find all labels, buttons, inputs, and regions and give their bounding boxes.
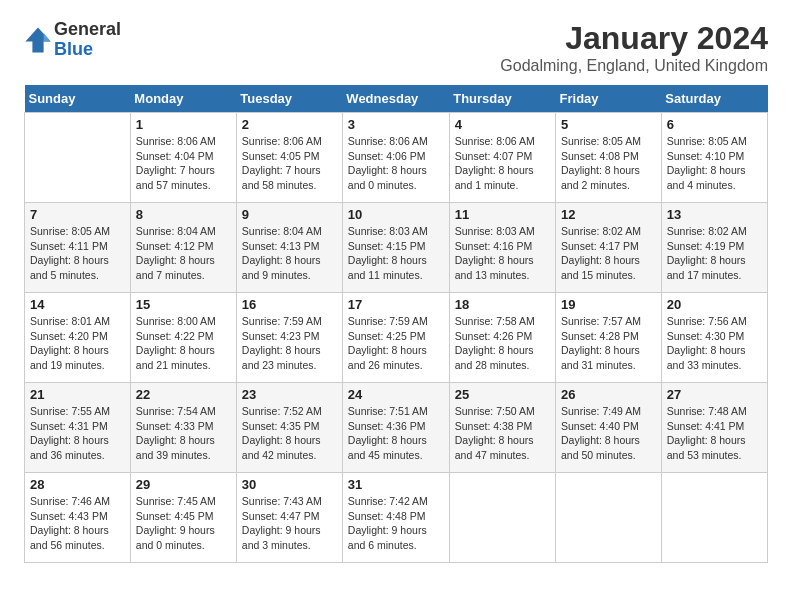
day-number: 4 xyxy=(455,117,550,132)
calendar-cell: 12Sunrise: 8:02 AMSunset: 4:17 PMDayligh… xyxy=(556,203,662,293)
day-info: Sunrise: 7:54 AMSunset: 4:33 PMDaylight:… xyxy=(136,404,231,463)
day-number: 19 xyxy=(561,297,656,312)
day-number: 11 xyxy=(455,207,550,222)
week-row-5: 28Sunrise: 7:46 AMSunset: 4:43 PMDayligh… xyxy=(25,473,768,563)
calendar-cell: 26Sunrise: 7:49 AMSunset: 4:40 PMDayligh… xyxy=(556,383,662,473)
day-info: Sunrise: 7:48 AMSunset: 4:41 PMDaylight:… xyxy=(667,404,762,463)
day-info: Sunrise: 7:56 AMSunset: 4:30 PMDaylight:… xyxy=(667,314,762,373)
calendar-cell: 27Sunrise: 7:48 AMSunset: 4:41 PMDayligh… xyxy=(661,383,767,473)
day-info: Sunrise: 7:45 AMSunset: 4:45 PMDaylight:… xyxy=(136,494,231,553)
day-number: 31 xyxy=(348,477,444,492)
calendar-cell: 2Sunrise: 8:06 AMSunset: 4:05 PMDaylight… xyxy=(236,113,342,203)
calendar-cell: 5Sunrise: 8:05 AMSunset: 4:08 PMDaylight… xyxy=(556,113,662,203)
day-number: 24 xyxy=(348,387,444,402)
calendar-header: SundayMondayTuesdayWednesdayThursdayFrid… xyxy=(25,85,768,113)
calendar-cell: 20Sunrise: 7:56 AMSunset: 4:30 PMDayligh… xyxy=(661,293,767,383)
day-number: 10 xyxy=(348,207,444,222)
day-number: 12 xyxy=(561,207,656,222)
day-number: 2 xyxy=(242,117,337,132)
calendar-table: SundayMondayTuesdayWednesdayThursdayFrid… xyxy=(24,85,768,563)
week-row-3: 14Sunrise: 8:01 AMSunset: 4:20 PMDayligh… xyxy=(25,293,768,383)
calendar-cell: 15Sunrise: 8:00 AMSunset: 4:22 PMDayligh… xyxy=(130,293,236,383)
calendar-cell: 1Sunrise: 8:06 AMSunset: 4:04 PMDaylight… xyxy=(130,113,236,203)
day-info: Sunrise: 8:03 AMSunset: 4:16 PMDaylight:… xyxy=(455,224,550,283)
calendar-cell: 17Sunrise: 7:59 AMSunset: 4:25 PMDayligh… xyxy=(342,293,449,383)
weekday-header-thursday: Thursday xyxy=(449,85,555,113)
weekday-header-saturday: Saturday xyxy=(661,85,767,113)
calendar-cell: 22Sunrise: 7:54 AMSunset: 4:33 PMDayligh… xyxy=(130,383,236,473)
calendar-cell: 9Sunrise: 8:04 AMSunset: 4:13 PMDaylight… xyxy=(236,203,342,293)
day-number: 5 xyxy=(561,117,656,132)
day-info: Sunrise: 7:50 AMSunset: 4:38 PMDaylight:… xyxy=(455,404,550,463)
day-number: 17 xyxy=(348,297,444,312)
calendar-cell xyxy=(661,473,767,563)
day-info: Sunrise: 8:02 AMSunset: 4:17 PMDaylight:… xyxy=(561,224,656,283)
weekday-row: SundayMondayTuesdayWednesdayThursdayFrid… xyxy=(25,85,768,113)
day-info: Sunrise: 8:03 AMSunset: 4:15 PMDaylight:… xyxy=(348,224,444,283)
day-info: Sunrise: 8:06 AMSunset: 4:05 PMDaylight:… xyxy=(242,134,337,193)
calendar-cell: 18Sunrise: 7:58 AMSunset: 4:26 PMDayligh… xyxy=(449,293,555,383)
calendar-cell: 13Sunrise: 8:02 AMSunset: 4:19 PMDayligh… xyxy=(661,203,767,293)
calendar-cell: 3Sunrise: 8:06 AMSunset: 4:06 PMDaylight… xyxy=(342,113,449,203)
calendar-cell: 24Sunrise: 7:51 AMSunset: 4:36 PMDayligh… xyxy=(342,383,449,473)
day-number: 13 xyxy=(667,207,762,222)
day-number: 21 xyxy=(30,387,125,402)
week-row-4: 21Sunrise: 7:55 AMSunset: 4:31 PMDayligh… xyxy=(25,383,768,473)
day-number: 3 xyxy=(348,117,444,132)
calendar-cell: 25Sunrise: 7:50 AMSunset: 4:38 PMDayligh… xyxy=(449,383,555,473)
month-title: January 2024 xyxy=(500,20,768,57)
calendar-cell: 16Sunrise: 7:59 AMSunset: 4:23 PMDayligh… xyxy=(236,293,342,383)
calendar-cell: 4Sunrise: 8:06 AMSunset: 4:07 PMDaylight… xyxy=(449,113,555,203)
weekday-header-sunday: Sunday xyxy=(25,85,131,113)
weekday-header-monday: Monday xyxy=(130,85,236,113)
weekday-header-tuesday: Tuesday xyxy=(236,85,342,113)
day-info: Sunrise: 8:00 AMSunset: 4:22 PMDaylight:… xyxy=(136,314,231,373)
location: Godalming, England, United Kingdom xyxy=(500,57,768,75)
calendar-cell: 14Sunrise: 8:01 AMSunset: 4:20 PMDayligh… xyxy=(25,293,131,383)
day-number: 14 xyxy=(30,297,125,312)
day-number: 28 xyxy=(30,477,125,492)
day-number: 6 xyxy=(667,117,762,132)
day-info: Sunrise: 7:43 AMSunset: 4:47 PMDaylight:… xyxy=(242,494,337,553)
day-number: 22 xyxy=(136,387,231,402)
day-info: Sunrise: 8:04 AMSunset: 4:13 PMDaylight:… xyxy=(242,224,337,283)
week-row-2: 7Sunrise: 8:05 AMSunset: 4:11 PMDaylight… xyxy=(25,203,768,293)
header: General Blue January 2024 Godalming, Eng… xyxy=(24,20,768,75)
calendar-cell: 28Sunrise: 7:46 AMSunset: 4:43 PMDayligh… xyxy=(25,473,131,563)
logo-text: General Blue xyxy=(54,20,121,60)
day-info: Sunrise: 8:05 AMSunset: 4:08 PMDaylight:… xyxy=(561,134,656,193)
day-number: 15 xyxy=(136,297,231,312)
day-info: Sunrise: 7:52 AMSunset: 4:35 PMDaylight:… xyxy=(242,404,337,463)
day-number: 1 xyxy=(136,117,231,132)
week-row-1: 1Sunrise: 8:06 AMSunset: 4:04 PMDaylight… xyxy=(25,113,768,203)
day-number: 16 xyxy=(242,297,337,312)
day-info: Sunrise: 7:42 AMSunset: 4:48 PMDaylight:… xyxy=(348,494,444,553)
svg-marker-1 xyxy=(44,33,51,41)
day-info: Sunrise: 7:57 AMSunset: 4:28 PMDaylight:… xyxy=(561,314,656,373)
calendar-cell: 10Sunrise: 8:03 AMSunset: 4:15 PMDayligh… xyxy=(342,203,449,293)
calendar-cell: 8Sunrise: 8:04 AMSunset: 4:12 PMDaylight… xyxy=(130,203,236,293)
day-number: 27 xyxy=(667,387,762,402)
calendar-cell: 7Sunrise: 8:05 AMSunset: 4:11 PMDaylight… xyxy=(25,203,131,293)
day-number: 18 xyxy=(455,297,550,312)
weekday-header-wednesday: Wednesday xyxy=(342,85,449,113)
day-info: Sunrise: 8:06 AMSunset: 4:04 PMDaylight:… xyxy=(136,134,231,193)
day-number: 25 xyxy=(455,387,550,402)
day-info: Sunrise: 7:49 AMSunset: 4:40 PMDaylight:… xyxy=(561,404,656,463)
day-info: Sunrise: 7:55 AMSunset: 4:31 PMDaylight:… xyxy=(30,404,125,463)
day-number: 8 xyxy=(136,207,231,222)
logo-blue: Blue xyxy=(54,40,121,60)
day-info: Sunrise: 8:04 AMSunset: 4:12 PMDaylight:… xyxy=(136,224,231,283)
title-area: January 2024 Godalming, England, United … xyxy=(500,20,768,75)
calendar-cell: 6Sunrise: 8:05 AMSunset: 4:10 PMDaylight… xyxy=(661,113,767,203)
logo: General Blue xyxy=(24,20,121,60)
day-info: Sunrise: 8:06 AMSunset: 4:07 PMDaylight:… xyxy=(455,134,550,193)
day-info: Sunrise: 7:51 AMSunset: 4:36 PMDaylight:… xyxy=(348,404,444,463)
day-number: 23 xyxy=(242,387,337,402)
logo-icon xyxy=(24,26,52,54)
weekday-header-friday: Friday xyxy=(556,85,662,113)
day-info: Sunrise: 7:59 AMSunset: 4:25 PMDaylight:… xyxy=(348,314,444,373)
day-info: Sunrise: 8:06 AMSunset: 4:06 PMDaylight:… xyxy=(348,134,444,193)
day-info: Sunrise: 7:46 AMSunset: 4:43 PMDaylight:… xyxy=(30,494,125,553)
day-number: 29 xyxy=(136,477,231,492)
